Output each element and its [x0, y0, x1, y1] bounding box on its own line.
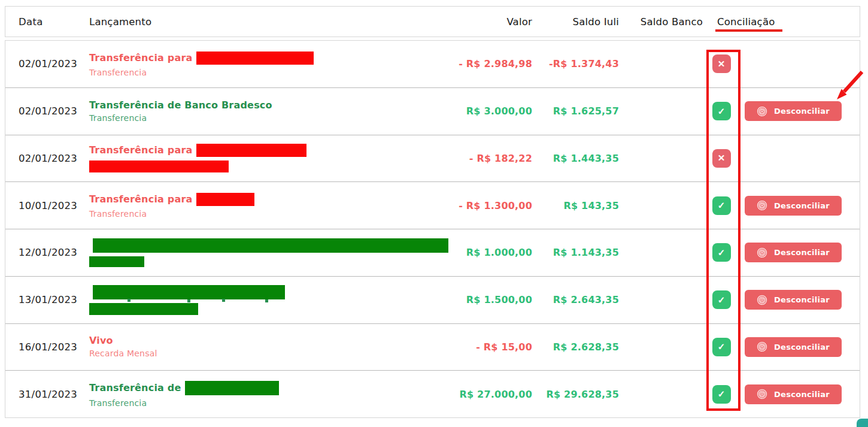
desconciliar-button[interactable]: Desconciliar: [745, 243, 842, 262]
date-cell: 02/01/2023: [5, 58, 89, 69]
entry-subtitle-line: [89, 256, 439, 267]
entry-subtitle-line: [89, 303, 439, 315]
entry-title-line: Transferência para: [89, 52, 439, 65]
date-cell: 12/01/2023: [5, 247, 89, 258]
saldo-iuli-cell: R$ 143,35: [532, 200, 619, 211]
table-row: 02/01/2023 Transferência para Transferen…: [5, 41, 860, 88]
entry-subtitle: Transferencia: [89, 68, 147, 77]
desconciliar-label: Desconciliar: [774, 343, 830, 352]
subtitle-redaction: [89, 256, 144, 267]
reconciliation-badge[interactable]: ✓: [712, 243, 731, 262]
desconciliar-label: Desconciliar: [774, 201, 830, 210]
desconciliar-label: Desconciliar: [774, 295, 830, 304]
entry-title: Transferência para: [89, 53, 193, 63]
target-icon: [757, 341, 767, 352]
entry-title: Transferência para: [89, 146, 193, 155]
entry-subtitle-line: Transferencia: [89, 114, 439, 122]
entry-cell: [89, 238, 439, 267]
reconciliation-badge[interactable]: ✓: [712, 196, 731, 215]
target-icon: [757, 295, 767, 305]
table-row: 02/01/2023 Transferência de Banco Brades…: [5, 88, 860, 135]
valor-cell: R$ 1.000,00: [439, 247, 532, 258]
entry-subtitle: Recarda Mensal: [89, 349, 157, 358]
reconciliation-page: Data Lançamento Valor Saldo Iuli Saldo B…: [0, 0, 868, 427]
table-body: 02/01/2023 Transferência para Transferen…: [5, 40, 860, 418]
saldo-iuli-cell: R$ 1.143,35: [532, 247, 619, 258]
action-cell: Desconciliar: [740, 384, 860, 404]
entry-title: Transferência de: [89, 383, 181, 393]
corner-floating-button[interactable]: [857, 419, 868, 427]
reconciliation-badge[interactable]: ✓: [712, 338, 731, 356]
saldo-iuli-cell: R$ 1.443,35: [532, 153, 619, 164]
col-header-data: Data: [5, 16, 89, 28]
date-cell: 16/01/2023: [5, 341, 89, 353]
saldo-iuli-cell: R$ 1.625,57: [532, 105, 619, 117]
date-cell: 10/01/2023: [5, 200, 89, 211]
entry-cell: Transferência para Transferencia: [89, 52, 439, 77]
entry-subtitle: Transferencia: [89, 114, 147, 122]
desconciliar-label: Desconciliar: [774, 107, 830, 116]
valor-cell: R$ 27.000,00: [439, 389, 532, 400]
entry-subtitle-line: [89, 160, 439, 172]
date-cell: 13/01/2023: [5, 294, 89, 305]
action-cell: Desconciliar: [740, 243, 860, 262]
valor-cell: R$ 3.000,00: [439, 105, 532, 117]
entry-subtitle-line: Recarda Mensal: [89, 349, 439, 358]
title-redaction: [185, 381, 279, 395]
table-header: Data Lançamento Valor Saldo Iuli Saldo B…: [5, 6, 860, 37]
conciliation-cell: ✓: [703, 243, 740, 262]
entry-subtitle-line: Transferencia: [89, 210, 439, 218]
col-header-lancamento: Lançamento: [89, 16, 439, 28]
reconciliation-badge[interactable]: ✓: [712, 102, 731, 120]
title-redaction: [93, 238, 448, 253]
table-row: 13/01/2023 R$ 1.500,00 R$ 2.643,35 ✓: [5, 277, 860, 324]
conciliation-cell: ✕: [703, 149, 740, 168]
col-header-conciliacao: Conciliação: [703, 16, 740, 28]
desconciliar-label: Desconciliar: [774, 248, 830, 257]
col-header-saldo-iuli: Saldo Iuli: [532, 16, 619, 28]
conciliation-cell: ✓: [703, 196, 740, 215]
reconciliation-badge[interactable]: ✕: [712, 149, 731, 168]
saldo-iuli-cell: R$ 2.643,35: [532, 294, 619, 305]
desconciliar-button[interactable]: Desconciliar: [745, 290, 842, 310]
entry-title-line: [89, 285, 439, 299]
entry-cell: Transferência para: [89, 144, 439, 172]
desconciliar-button[interactable]: Desconciliar: [745, 337, 842, 357]
action-cell: Desconciliar: [740, 337, 860, 357]
conciliation-cell: ✓: [703, 385, 740, 404]
title-redaction: [93, 285, 285, 299]
entry-title-line: Transferência de Banco Bradesco: [89, 101, 439, 110]
valor-cell: - R$ 1.300,00: [439, 200, 532, 211]
table-row: 16/01/2023 Vivo Recarda Mensal - R$ 15,0…: [5, 324, 860, 371]
subtitle-redaction: [89, 303, 198, 315]
title-redaction: [196, 52, 314, 65]
action-cell: Desconciliar: [740, 290, 860, 310]
table-row: 12/01/2023 R$ 1.000,00 R$ 1.143,35 ✓: [5, 229, 860, 277]
saldo-iuli-cell: R$ 2.628,35: [532, 341, 619, 353]
entry-title-line: Transferência para: [89, 144, 439, 157]
entry-cell: Transferência de Transferencia: [89, 381, 439, 407]
reconciliation-badge[interactable]: ✓: [712, 290, 731, 309]
reconciliation-badge[interactable]: ✕: [712, 54, 731, 73]
target-icon: [757, 247, 767, 258]
entry-subtitle: Transferencia: [89, 210, 147, 218]
entry-subtitle-line: Transferencia: [89, 68, 439, 77]
entry-title: Vivo: [89, 336, 113, 346]
reconciliation-badge[interactable]: ✓: [712, 385, 731, 404]
entry-title-line: Vivo: [89, 336, 439, 346]
desconciliar-button[interactable]: Desconciliar: [745, 101, 842, 121]
desconciliar-button[interactable]: Desconciliar: [745, 196, 842, 216]
desconciliar-button[interactable]: Desconciliar: [745, 384, 842, 404]
subtitle-redaction: [89, 160, 229, 172]
entry-cell: Transferência para Transferencia: [89, 193, 439, 218]
entry-cell: [89, 285, 439, 315]
entry-title-line: [89, 238, 439, 253]
valor-cell: R$ 1.500,00: [439, 294, 532, 305]
date-cell: 02/01/2023: [5, 105, 89, 117]
entry-subtitle: Transferencia: [89, 399, 147, 407]
action-cell: Desconciliar: [740, 196, 860, 216]
title-redaction: [196, 193, 254, 206]
target-icon: [757, 106, 767, 117]
col-header-valor: Valor: [439, 16, 532, 28]
target-icon: [757, 200, 767, 211]
